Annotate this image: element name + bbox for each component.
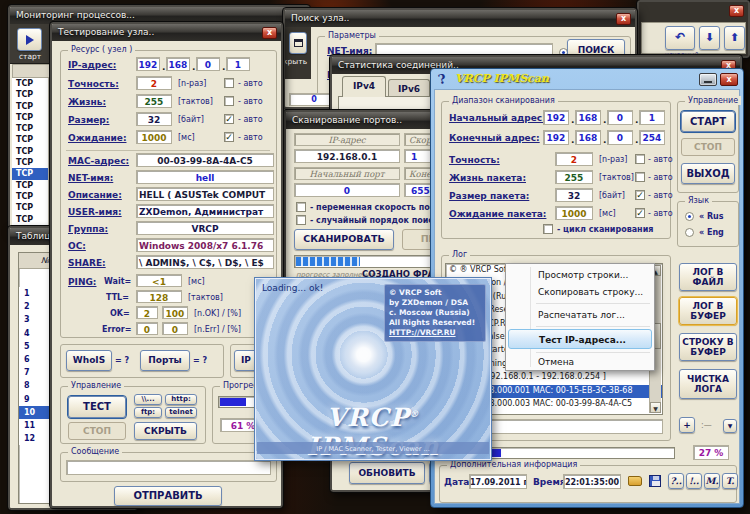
auto-checkbox-checked[interactable]: ✓ bbox=[635, 190, 645, 200]
table-row[interactable]: TCP bbox=[12, 157, 49, 168]
table-row[interactable]: TCP bbox=[12, 146, 49, 157]
cycle-checkbox[interactable] bbox=[543, 224, 553, 234]
clear-log-button[interactable]: ЧИСТКА ЛОГА bbox=[679, 369, 737, 399]
auto-checkbox-checked[interactable]: ✓ bbox=[224, 114, 234, 124]
info-field[interactable]: HELL ( ASUSTek COMPUT bbox=[136, 187, 274, 201]
octet-field[interactable]: 168 bbox=[575, 130, 601, 145]
table-row[interactable]: TCP bbox=[12, 89, 49, 100]
start-port-field[interactable]: 0 bbox=[294, 183, 400, 197]
close-icon[interactable]: x bbox=[720, 73, 738, 86]
octet-field[interactable]: 0 bbox=[607, 130, 633, 145]
undo-icon[interactable]: ↶ bbox=[665, 26, 695, 50]
ip-field[interactable]: 192.168.0.1 bbox=[294, 149, 400, 163]
send-button[interactable]: ОТПРАВИТЬ bbox=[114, 486, 222, 506]
help-button[interactable]: ?.. bbox=[668, 473, 684, 489]
menu-item-cancel[interactable]: Отмена bbox=[508, 354, 652, 370]
info-field[interactable]: \ ADMIN$, \ C$, \ D$, \ E$ bbox=[136, 255, 274, 269]
stop-button[interactable]: СТОП bbox=[68, 422, 126, 440]
table-row-selected[interactable]: TCP bbox=[12, 168, 49, 179]
message-input[interactable] bbox=[66, 460, 271, 475]
octet-field[interactable]: 168 bbox=[166, 57, 190, 71]
table-row[interactable]: TCP bbox=[12, 180, 49, 191]
param-field[interactable]: 2 bbox=[555, 152, 593, 166]
random-order-checkbox[interactable] bbox=[296, 215, 306, 225]
start-button[interactable] bbox=[17, 28, 42, 51]
open-log-button[interactable] bbox=[626, 472, 644, 490]
lang-rus-radio[interactable] bbox=[685, 212, 694, 221]
menu-item-test-ip[interactable]: Тест IP-адреса... bbox=[508, 329, 652, 349]
auto-checkbox[interactable] bbox=[224, 78, 234, 88]
about-button[interactable]: !.. bbox=[686, 473, 702, 489]
octet-field[interactable]: 0 bbox=[607, 110, 633, 125]
auto-checkbox[interactable] bbox=[635, 172, 645, 182]
table-row[interactable]: TCP bbox=[12, 112, 49, 123]
auto-checkbox-checked[interactable]: ✓ bbox=[635, 208, 645, 218]
octet-field[interactable]: 1 bbox=[226, 57, 250, 71]
menu-item-view-row[interactable]: Просмотр строки... bbox=[508, 267, 652, 283]
arrow-up-icon[interactable]: ⬆ bbox=[724, 26, 745, 50]
octet-field[interactable]: 192 bbox=[136, 57, 160, 71]
app-title[interactable]: VRCP IPMScan bbox=[455, 72, 549, 85]
row-to-clipboard-button[interactable]: СТРОКУ В БУФЕР bbox=[679, 333, 737, 361]
table-row[interactable]: TCP bbox=[12, 191, 49, 202]
ftp-button[interactable]: ftp: bbox=[134, 407, 162, 418]
titlebar[interactable]: Тестирование узла.. bbox=[52, 24, 281, 41]
param-field[interactable]: 2 bbox=[136, 76, 172, 90]
menu-item-copy-row[interactable]: Скопировать строку... bbox=[508, 284, 652, 300]
table-row[interactable]: TCP bbox=[12, 134, 49, 145]
param-field[interactable]: 32 bbox=[555, 188, 593, 202]
variable-speed-checkbox[interactable] bbox=[296, 202, 306, 212]
info-field[interactable]: hell bbox=[136, 170, 274, 184]
info-field[interactable]: VRCP bbox=[136, 221, 274, 235]
close-icon[interactable]: x bbox=[262, 27, 277, 39]
exit-button[interactable]: ВЫХОД bbox=[681, 163, 735, 184]
table-row[interactable]: TCP bbox=[12, 78, 49, 89]
auto-checkbox-checked[interactable]: ✓ bbox=[224, 132, 234, 142]
arrow-down-icon[interactable]: ⬇ bbox=[699, 26, 720, 50]
minimize-icon[interactable] bbox=[699, 73, 717, 86]
tab-ipv4[interactable]: IPv4 bbox=[342, 76, 386, 97]
telnet-button[interactable]: telnet bbox=[165, 407, 197, 418]
t-button[interactable]: T. bbox=[722, 473, 738, 489]
auto-checkbox[interactable] bbox=[224, 96, 234, 106]
table-row[interactable]: TCP bbox=[12, 214, 49, 225]
octet-field[interactable]: 0 bbox=[196, 57, 220, 71]
start-button[interactable]: СТАРТ bbox=[681, 111, 735, 132]
param-field[interactable]: 1000 bbox=[555, 206, 593, 220]
scan-button[interactable]: СКАНИРОВАТЬ bbox=[294, 229, 394, 250]
hide-button[interactable]: СКРЫТЬ bbox=[134, 422, 197, 440]
whois-button[interactable]: WhoIS bbox=[66, 350, 112, 371]
scroll-down-icon[interactable]: ▼ bbox=[650, 402, 661, 413]
test-button[interactable]: ТЕСТ bbox=[68, 396, 126, 418]
log-to-clipboard-button[interactable]: ЛОГ В БУФЕР bbox=[679, 297, 737, 325]
octet-field[interactable]: 168 bbox=[575, 110, 601, 125]
unc-button[interactable]: \\... bbox=[134, 394, 162, 405]
table-row[interactable]: TCP bbox=[12, 202, 49, 213]
close-icon[interactable]: x bbox=[616, 13, 631, 25]
tab-ipv6[interactable]: IPv6 bbox=[388, 79, 430, 97]
menu-item-print-log[interactable]: Распечатать лог... bbox=[508, 307, 652, 323]
refresh-button[interactable]: ОБНОВИТЬ bbox=[349, 462, 425, 484]
param-field[interactable]: 1000 bbox=[136, 130, 172, 144]
table-row[interactable]: TCP bbox=[12, 101, 49, 112]
dropdown-button[interactable]: ▼ bbox=[723, 419, 737, 433]
close-icon[interactable]: x bbox=[729, 5, 744, 17]
stop-button[interactable]: СТОП bbox=[681, 138, 735, 156]
param-field[interactable]: 32 bbox=[136, 112, 172, 126]
param-field[interactable]: 255 bbox=[136, 94, 172, 108]
plus-button[interactable]: + bbox=[679, 417, 695, 433]
save-log-button[interactable] bbox=[646, 472, 664, 490]
lang-eng-radio[interactable] bbox=[685, 228, 694, 237]
ports-button[interactable]: Порты bbox=[140, 350, 190, 371]
octet-field[interactable]: 192 bbox=[543, 110, 569, 125]
info-field[interactable]: Windows 2008/x7 6.1.76 bbox=[136, 238, 274, 252]
m-button[interactable]: M. bbox=[704, 473, 720, 489]
octet-field[interactable]: 1 bbox=[639, 110, 665, 125]
http-button[interactable]: http: bbox=[165, 394, 197, 405]
param-field[interactable]: 255 bbox=[555, 170, 593, 184]
octet-field[interactable]: 254 bbox=[639, 130, 665, 145]
auto-checkbox[interactable] bbox=[635, 154, 645, 164]
log-to-file-button[interactable]: ЛОГ В ФАЙЛ bbox=[679, 263, 737, 291]
titlebar[interactable]: Поиск узла.. bbox=[285, 10, 635, 27]
table-row[interactable]: TCP bbox=[12, 123, 49, 134]
